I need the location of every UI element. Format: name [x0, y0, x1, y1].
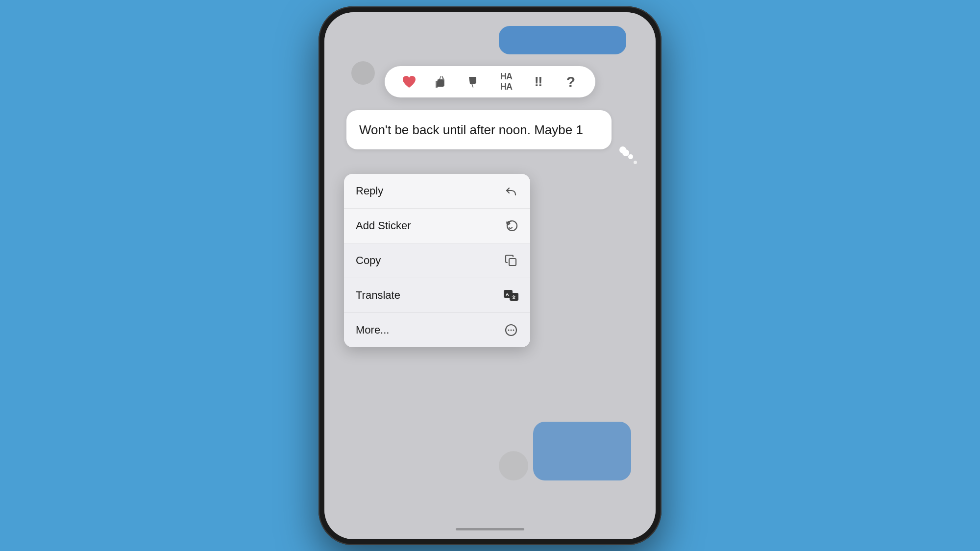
bubble-dot-2: [634, 161, 637, 164]
copy-label: Copy: [356, 254, 381, 267]
menu-item-translate[interactable]: Translate A 文: [344, 278, 530, 313]
menu-item-reply[interactable]: Reply: [344, 174, 530, 209]
translate-label: Translate: [356, 289, 400, 302]
exclamation-reaction-icon[interactable]: ‼: [528, 71, 549, 93]
add-sticker-label: Add Sticker: [356, 219, 411, 232]
copy-icon: [504, 253, 518, 268]
phone-screen: HAHA ‼ ? Won't be back until after noon.…: [324, 12, 656, 539]
menu-item-copy[interactable]: Copy: [344, 243, 530, 278]
context-menu: Reply Add Sticker: [344, 174, 530, 347]
question-reaction-icon[interactable]: ?: [560, 71, 582, 93]
phone-frame: HAHA ‼ ? Won't be back until after noon.…: [318, 6, 662, 545]
message-text: Won't be back until after noon. Maybe 1: [359, 122, 583, 137]
more-label: More...: [356, 324, 389, 336]
menu-item-more[interactable]: More...: [344, 313, 530, 347]
svg-text:文: 文: [512, 295, 516, 300]
bubble-tail: [619, 146, 626, 153]
reply-label: Reply: [356, 185, 383, 197]
thumbs-down-reaction-icon[interactable]: [463, 71, 485, 93]
reply-icon: [504, 184, 518, 198]
svg-rect-6: [509, 259, 516, 265]
haha-reaction-icon[interactable]: HAHA: [495, 71, 517, 93]
more-icon: [504, 323, 518, 337]
svg-point-14: [513, 329, 514, 331]
svg-point-13: [511, 329, 512, 331]
svg-point-12: [508, 329, 510, 331]
sticker-icon: [504, 218, 518, 233]
svg-line-5: [509, 222, 510, 222]
message-bubble: Won't be back until after noon. Maybe 1: [346, 110, 612, 149]
svg-line-4: [507, 222, 508, 222]
menu-item-add-sticker[interactable]: Add Sticker: [344, 209, 530, 243]
translate-icon: A 文: [504, 288, 518, 303]
reaction-bar: HAHA ‼ ?: [385, 66, 595, 97]
svg-text:A: A: [506, 292, 509, 297]
heart-reaction-icon[interactable]: [398, 71, 420, 93]
bubble-dot-1: [628, 154, 633, 159]
thumbs-up-reaction-icon[interactable]: [431, 71, 452, 93]
